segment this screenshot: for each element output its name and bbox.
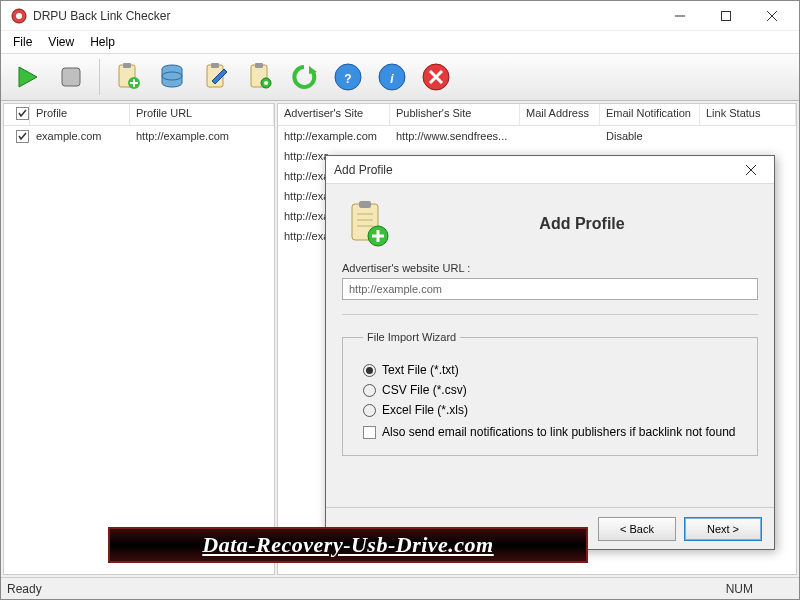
next-button[interactable]: Next >: [684, 517, 762, 541]
menubar: File View Help: [1, 31, 799, 53]
col-email-notif[interactable]: Email Notification: [600, 104, 700, 125]
clipboard-add-icon[interactable]: [108, 57, 148, 97]
svg-marker-21: [309, 66, 317, 74]
menu-file[interactable]: File: [5, 33, 40, 51]
close-red-icon[interactable]: [416, 57, 456, 97]
dialog-title: Add Profile: [334, 163, 736, 177]
svg-marker-6: [19, 67, 37, 87]
help-icon[interactable]: ?: [328, 57, 368, 97]
toolbar: ? i: [1, 53, 799, 101]
divider: [342, 314, 758, 315]
close-button[interactable]: [749, 1, 795, 31]
col-profile[interactable]: Profile: [30, 104, 130, 125]
status-ready: Ready: [7, 582, 42, 596]
back-button[interactable]: < Back: [598, 517, 676, 541]
svg-rect-7: [62, 68, 80, 86]
advertiser-url-input[interactable]: [342, 278, 758, 300]
row-checkbox[interactable]: [16, 130, 29, 143]
statusbar: Ready NUM: [1, 577, 799, 599]
wizard-legend: File Import Wizard: [363, 331, 460, 343]
clipboard-gear-icon[interactable]: [240, 57, 280, 97]
radio-text-file[interactable]: Text File (*.txt): [363, 363, 737, 377]
info-icon[interactable]: i: [372, 57, 412, 97]
col-pub-site[interactable]: Publisher's Site: [390, 104, 520, 125]
links-header: Advertiser's Site Publisher's Site Mail …: [278, 104, 796, 126]
link-row[interactable]: http://example.com http://www.sendfrees.…: [278, 126, 796, 146]
dialog-footer: < Back Next >: [326, 507, 774, 549]
svg-rect-3: [722, 11, 731, 20]
minimize-button[interactable]: [657, 1, 703, 31]
refresh-icon[interactable]: [284, 57, 324, 97]
profiles-panel: Profile Profile URL example.com http://e…: [3, 103, 275, 575]
dialog-body: Add Profile Advertiser's website URL : F…: [326, 184, 774, 507]
dialog-heading: Add Profile: [406, 215, 758, 233]
cell-profile-url: http://example.com: [130, 128, 274, 144]
svg-rect-32: [359, 201, 371, 208]
add-profile-dialog: Add Profile Add Profile Advertiser's web…: [325, 155, 775, 550]
notify-checkbox-row[interactable]: Also send email notifications to link pu…: [363, 425, 737, 439]
radio-csv-file[interactable]: CSV File (*.csv): [363, 383, 737, 397]
select-all-checkbox[interactable]: [16, 107, 29, 120]
menu-view[interactable]: View: [40, 33, 82, 51]
svg-rect-16: [211, 63, 219, 68]
profiles-header: Profile Profile URL: [4, 104, 274, 126]
maximize-button[interactable]: [703, 1, 749, 31]
titlebar: DRPU Back Link Checker: [1, 1, 799, 31]
window-title: DRPU Back Link Checker: [33, 9, 657, 23]
clipboard-add-icon: [342, 200, 390, 248]
notify-checkbox[interactable]: [363, 426, 376, 439]
app-icon: [11, 8, 27, 24]
database-icon[interactable]: [152, 57, 192, 97]
radio-excel-file[interactable]: Excel File (*.xls): [363, 403, 737, 417]
svg-point-1: [16, 13, 22, 19]
cell-profile: example.com: [30, 128, 130, 144]
col-mail[interactable]: Mail Address: [520, 104, 600, 125]
col-profile-url[interactable]: Profile URL: [130, 104, 274, 125]
svg-rect-18: [255, 63, 263, 68]
play-button[interactable]: [7, 57, 47, 97]
radio-icon: [363, 404, 376, 417]
toolbar-separator: [99, 59, 100, 95]
file-import-wizard: File Import Wizard Text File (*.txt) CSV…: [342, 331, 758, 456]
radio-icon: [363, 384, 376, 397]
profile-row[interactable]: example.com http://example.com: [4, 126, 274, 146]
col-adv-site[interactable]: Advertiser's Site: [278, 104, 390, 125]
stop-button[interactable]: [51, 57, 91, 97]
clipboard-edit-icon[interactable]: [196, 57, 236, 97]
svg-rect-9: [123, 63, 131, 68]
svg-text:?: ?: [344, 72, 351, 86]
dialog-close-button[interactable]: [736, 156, 766, 184]
radio-icon: [363, 364, 376, 377]
menu-help[interactable]: Help: [82, 33, 123, 51]
dialog-titlebar: Add Profile: [326, 156, 774, 184]
svg-point-20: [264, 81, 268, 85]
col-link-status[interactable]: Link Status: [700, 104, 796, 125]
url-label: Advertiser's website URL :: [342, 262, 758, 274]
status-num: NUM: [726, 582, 753, 596]
